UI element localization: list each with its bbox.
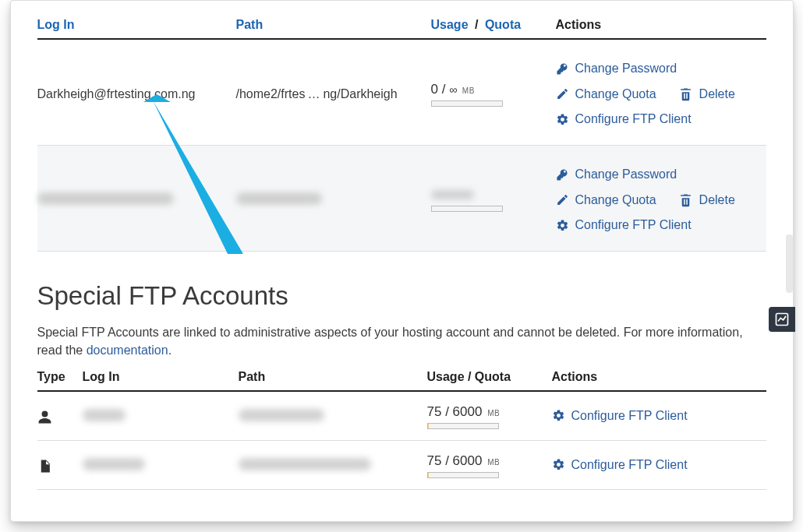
delete-link[interactable]: Delete: [678, 192, 735, 207]
special-usage: 75 / 6000 MB: [427, 404, 552, 429]
special-login: [83, 458, 239, 474]
scol-login: Log In: [83, 370, 239, 384]
col-quota: Quota: [485, 18, 521, 31]
ftp-usage: [431, 188, 556, 212]
ftp-path: [236, 192, 431, 208]
special-type: [37, 459, 83, 474]
ftp-usage: 0 / ∞ MB: [431, 82, 556, 107]
key-icon: [556, 62, 569, 76]
col-usage-quota[interactable]: Usage / Quota: [431, 18, 556, 32]
scol-actions: Actions: [552, 370, 766, 384]
col-path[interactable]: Path: [236, 18, 431, 32]
ftp-path: /home2/frtes…ng/Darkheigh: [236, 87, 431, 101]
scrollbar[interactable]: [786, 234, 793, 293]
configure-ftp-link[interactable]: Configure FTP Client: [556, 112, 692, 126]
stats-badge[interactable]: [769, 307, 795, 332]
user-icon: [37, 410, 52, 425]
special-path: [239, 458, 427, 474]
special-table-header: Type Log In Path Usage / Quota Actions: [37, 370, 766, 392]
ftp-login: [37, 192, 236, 208]
ftp-actions: Change Password Change Quota Delete: [556, 62, 766, 126]
gear-icon: [552, 458, 565, 471]
ftp-table-header: Log In Path Usage / Quota Actions: [37, 18, 766, 40]
file-icon: [37, 459, 52, 474]
change-quota-link[interactable]: Change Quota: [556, 87, 656, 101]
pencil-icon: [556, 87, 569, 100]
special-row: 75 / 6000 MB Configure FTP Client: [37, 441, 766, 490]
change-quota-link[interactable]: Change Quota: [556, 193, 656, 207]
gear-icon: [552, 409, 565, 422]
ftp-row: Change Password Change Quota Delete: [37, 146, 766, 252]
trash-icon: [678, 86, 693, 101]
change-password-link[interactable]: Change Password: [556, 167, 677, 181]
gear-icon: [556, 113, 569, 126]
configure-ftp-link[interactable]: Configure FTP Client: [552, 458, 688, 472]
col-actions: Actions: [556, 18, 766, 32]
special-actions: Configure FTP Client: [552, 409, 766, 426]
scol-path: Path: [239, 370, 427, 384]
gear-icon: [556, 219, 569, 232]
usage-meter: [431, 100, 503, 107]
chart-icon: [774, 312, 790, 327]
trash-icon: [678, 192, 693, 207]
special-type: [37, 410, 83, 425]
scol-type: Type: [37, 370, 83, 384]
special-row: 75 / 6000 MB Configure FTP Client: [37, 392, 766, 441]
ellipsis-icon: …: [305, 87, 323, 100]
pencil-icon: [556, 193, 569, 206]
usage-meter: [431, 206, 503, 212]
configure-ftp-link[interactable]: Configure FTP Client: [552, 409, 688, 423]
change-password-link[interactable]: Change Password: [556, 62, 677, 76]
special-ftp-desc: Special FTP Accounts are linked to admin…: [37, 323, 766, 359]
special-ftp-title: Special FTP Accounts: [37, 281, 766, 311]
special-login: [83, 409, 239, 425]
configure-ftp-link[interactable]: Configure FTP Client: [556, 218, 692, 232]
ftp-row: Darkheigh@frtesting.com.ng /home2/frtes……: [37, 40, 766, 146]
scol-usage: Usage / Quota: [427, 370, 552, 384]
usage-meter: [427, 472, 499, 478]
special-actions: Configure FTP Client: [552, 458, 766, 475]
documentation-link[interactable]: documentation: [87, 344, 168, 357]
ftp-actions: Change Password Change Quota Delete: [556, 167, 766, 232]
key-icon: [556, 168, 569, 181]
ftp-login: Darkheigh@frtesting.com.ng: [37, 87, 236, 101]
special-usage: 75 / 6000 MB: [427, 453, 552, 478]
col-usage: Usage: [431, 18, 469, 31]
usage-meter: [427, 423, 499, 429]
special-path: [239, 409, 427, 425]
col-login[interactable]: Log In: [37, 18, 236, 32]
ftp-panel: Log In Path Usage / Quota Actions Darkhe…: [10, 0, 794, 522]
delete-link[interactable]: Delete: [678, 86, 735, 101]
